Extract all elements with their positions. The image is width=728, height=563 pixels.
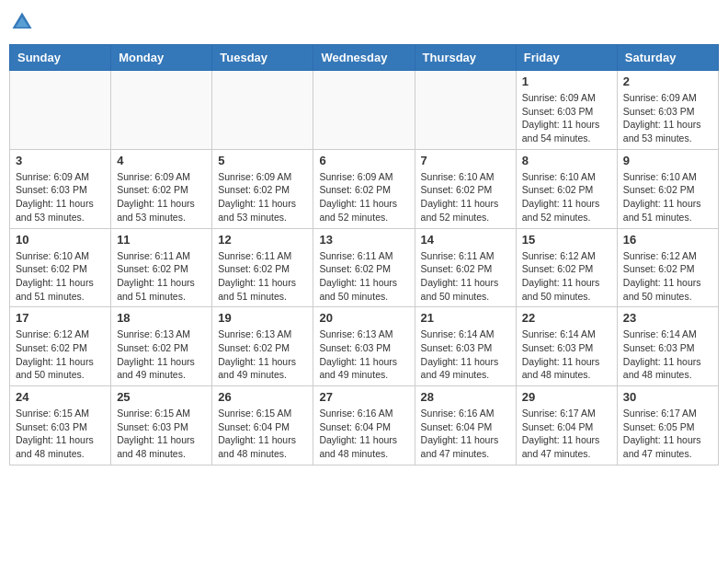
day-info: Sunrise: 6:16 AM Sunset: 6:04 PM Dayligh… [421,407,510,461]
calendar-day-cell: 26Sunrise: 6:15 AM Sunset: 6:04 PM Dayli… [212,386,313,465]
calendar-day-cell [111,71,212,150]
day-info: Sunrise: 6:09 AM Sunset: 6:03 PM Dayligh… [522,91,611,145]
day-info: Sunrise: 6:09 AM Sunset: 6:02 PM Dayligh… [117,170,206,224]
calendar-day-cell: 5Sunrise: 6:09 AM Sunset: 6:02 PM Daylig… [212,149,313,228]
day-info: Sunrise: 6:10 AM Sunset: 6:02 PM Dayligh… [421,170,510,224]
day-info: Sunrise: 6:10 AM Sunset: 6:02 PM Dayligh… [522,170,611,224]
calendar-day-cell [212,71,313,150]
day-info: Sunrise: 6:14 AM Sunset: 6:03 PM Dayligh… [522,327,611,382]
day-number: 27 [319,390,408,404]
calendar-day-cell: 14Sunrise: 6:11 AM Sunset: 6:02 PM Dayli… [415,228,516,307]
day-number: 3 [16,154,105,167]
day-number: 7 [421,154,510,167]
day-number: 20 [319,311,408,325]
day-number: 8 [522,154,611,167]
calendar-day-cell: 4Sunrise: 6:09 AM Sunset: 6:02 PM Daylig… [111,149,212,228]
day-info: Sunrise: 6:13 AM Sunset: 6:02 PM Dayligh… [218,327,307,382]
day-info: Sunrise: 6:11 AM Sunset: 6:02 PM Dayligh… [319,249,408,304]
calendar-day-cell: 1Sunrise: 6:09 AM Sunset: 6:03 PM Daylig… [516,71,617,150]
day-info: Sunrise: 6:11 AM Sunset: 6:02 PM Dayligh… [421,249,510,304]
day-number: 21 [421,311,510,325]
calendar-day-cell: 27Sunrise: 6:16 AM Sunset: 6:04 PM Dayli… [313,386,415,465]
day-number: 4 [117,154,206,167]
day-number: 25 [117,390,206,404]
day-number: 22 [522,311,611,325]
day-info: Sunrise: 6:15 AM Sunset: 6:04 PM Dayligh… [218,407,307,461]
day-info: Sunrise: 6:09 AM Sunset: 6:02 PM Dayligh… [218,170,307,224]
calendar-day-header: Sunday [10,45,111,71]
calendar-day-cell: 23Sunrise: 6:14 AM Sunset: 6:03 PM Dayli… [617,307,718,386]
day-info: Sunrise: 6:09 AM Sunset: 6:03 PM Dayligh… [623,91,712,145]
calendar-day-cell: 30Sunrise: 6:17 AM Sunset: 6:05 PM Dayli… [617,386,718,465]
calendar-day-cell: 7Sunrise: 6:10 AM Sunset: 6:02 PM Daylig… [415,149,516,228]
day-info: Sunrise: 6:09 AM Sunset: 6:02 PM Dayligh… [319,170,408,224]
day-info: Sunrise: 6:16 AM Sunset: 6:04 PM Dayligh… [319,407,408,461]
calendar-day-cell: 20Sunrise: 6:13 AM Sunset: 6:03 PM Dayli… [313,307,415,386]
day-number: 15 [522,233,611,247]
calendar-header-row: SundayMondayTuesdayWednesdayThursdayFrid… [10,45,719,71]
day-info: Sunrise: 6:15 AM Sunset: 6:03 PM Dayligh… [16,407,105,461]
calendar-day-cell: 8Sunrise: 6:10 AM Sunset: 6:02 PM Daylig… [516,149,617,228]
calendar-day-header: Friday [516,45,617,71]
day-number: 19 [218,311,307,325]
day-info: Sunrise: 6:09 AM Sunset: 6:03 PM Dayligh… [16,170,105,224]
day-info: Sunrise: 6:14 AM Sunset: 6:03 PM Dayligh… [623,327,712,382]
page-header [9,9,719,35]
calendar-day-cell: 12Sunrise: 6:11 AM Sunset: 6:02 PM Dayli… [212,228,313,307]
calendar-day-header: Monday [111,45,212,71]
day-info: Sunrise: 6:17 AM Sunset: 6:05 PM Dayligh… [623,407,712,461]
calendar-day-cell: 10Sunrise: 6:10 AM Sunset: 6:02 PM Dayli… [10,228,111,307]
day-info: Sunrise: 6:12 AM Sunset: 6:02 PM Dayligh… [16,327,105,382]
day-info: Sunrise: 6:12 AM Sunset: 6:02 PM Dayligh… [623,249,712,304]
day-info: Sunrise: 6:10 AM Sunset: 6:02 PM Dayligh… [623,170,712,224]
day-number: 1 [522,75,611,88]
calendar-week-row: 1Sunrise: 6:09 AM Sunset: 6:03 PM Daylig… [10,71,719,150]
calendar-week-row: 3Sunrise: 6:09 AM Sunset: 6:03 PM Daylig… [10,149,719,228]
day-number: 26 [218,390,307,404]
calendar-day-header: Thursday [415,45,516,71]
calendar-day-cell: 11Sunrise: 6:11 AM Sunset: 6:02 PM Dayli… [111,228,212,307]
day-number: 5 [218,154,307,167]
calendar-day-cell: 17Sunrise: 6:12 AM Sunset: 6:02 PM Dayli… [10,307,111,386]
calendar-day-cell [415,71,516,150]
calendar-day-cell: 29Sunrise: 6:17 AM Sunset: 6:04 PM Dayli… [516,386,617,465]
day-number: 10 [16,233,105,247]
calendar-day-cell: 22Sunrise: 6:14 AM Sunset: 6:03 PM Dayli… [516,307,617,386]
calendar-week-row: 10Sunrise: 6:10 AM Sunset: 6:02 PM Dayli… [10,228,719,307]
day-number: 2 [623,75,712,88]
calendar-day-cell [10,71,111,150]
day-number: 30 [623,390,712,404]
logo-icon [9,9,35,35]
calendar-day-header: Wednesday [313,45,415,71]
calendar-day-cell: 18Sunrise: 6:13 AM Sunset: 6:02 PM Dayli… [111,307,212,386]
day-info: Sunrise: 6:13 AM Sunset: 6:02 PM Dayligh… [117,327,206,382]
day-number: 18 [117,311,206,325]
calendar-day-cell: 2Sunrise: 6:09 AM Sunset: 6:03 PM Daylig… [617,71,718,150]
day-info: Sunrise: 6:11 AM Sunset: 6:02 PM Dayligh… [218,249,307,304]
day-number: 23 [623,311,712,325]
calendar-day-cell: 9Sunrise: 6:10 AM Sunset: 6:02 PM Daylig… [617,149,718,228]
calendar-day-cell [313,71,415,150]
day-number: 13 [319,233,408,247]
day-number: 29 [522,390,611,404]
day-number: 9 [623,154,712,167]
calendar-day-cell: 25Sunrise: 6:15 AM Sunset: 6:03 PM Dayli… [111,386,212,465]
day-info: Sunrise: 6:12 AM Sunset: 6:02 PM Dayligh… [522,249,611,304]
day-number: 6 [319,154,408,167]
logo [9,9,39,35]
calendar-day-cell: 16Sunrise: 6:12 AM Sunset: 6:02 PM Dayli… [617,228,718,307]
day-info: Sunrise: 6:17 AM Sunset: 6:04 PM Dayligh… [522,407,611,461]
calendar-week-row: 24Sunrise: 6:15 AM Sunset: 6:03 PM Dayli… [10,386,719,465]
calendar-day-header: Saturday [617,45,718,71]
calendar-day-cell: 13Sunrise: 6:11 AM Sunset: 6:02 PM Dayli… [313,228,415,307]
calendar-week-row: 17Sunrise: 6:12 AM Sunset: 6:02 PM Dayli… [10,307,719,386]
calendar-day-cell: 21Sunrise: 6:14 AM Sunset: 6:03 PM Dayli… [415,307,516,386]
day-number: 14 [421,233,510,247]
day-number: 12 [218,233,307,247]
day-number: 17 [16,311,105,325]
day-number: 16 [623,233,712,247]
day-number: 11 [117,233,206,247]
day-info: Sunrise: 6:10 AM Sunset: 6:02 PM Dayligh… [16,249,105,304]
day-number: 24 [16,390,105,404]
calendar-day-cell: 15Sunrise: 6:12 AM Sunset: 6:02 PM Dayli… [516,228,617,307]
